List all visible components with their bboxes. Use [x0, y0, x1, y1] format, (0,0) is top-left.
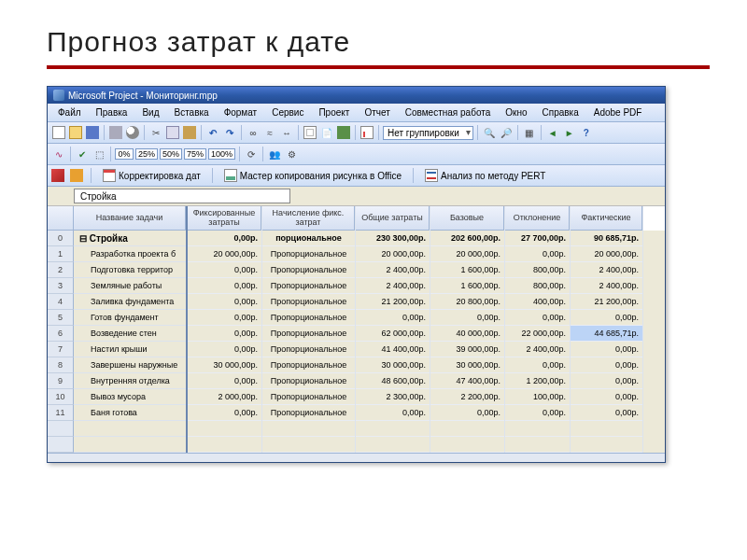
data-cell[interactable]: 0,00р.	[571, 357, 642, 373]
task-name-cell[interactable]: Настил крыши	[74, 342, 186, 357]
data-cell[interactable]: Пропорциональное	[262, 278, 355, 294]
col-deviation[interactable]: Отклонение	[505, 206, 570, 231]
update-icon[interactable]: ⟳	[244, 147, 259, 161]
data-cell[interactable]: 0,00р.	[188, 405, 261, 421]
data-cell[interactable]: Пропорциональное	[262, 310, 355, 326]
row-number[interactable]: 8	[48, 357, 74, 373]
data-cell[interactable]: 20 000,00р.	[571, 246, 642, 262]
save-icon[interactable]	[85, 125, 100, 140]
info-icon[interactable]	[303, 125, 317, 140]
row-number[interactable]: 4	[48, 294, 74, 310]
data-cell[interactable]: 202 600,00р.	[430, 231, 504, 246]
progress-icon[interactable]: ⬚	[92, 147, 106, 161]
data-cell[interactable]: 2 400,00р.	[356, 262, 430, 278]
data-cell[interactable]: 40 000,00р.	[430, 326, 504, 342]
data-cell[interactable]: 0,00р.	[188, 278, 261, 294]
col-accrual[interactable]: Начисление фикс. затрат	[262, 206, 355, 231]
menu-format[interactable]: Формат	[218, 105, 264, 119]
data-cell[interactable]: 0,00р.	[571, 373, 642, 389]
copy-icon[interactable]	[165, 125, 180, 140]
data-cell[interactable]: 1 200,00р.	[505, 373, 570, 389]
split-task-icon[interactable]: ↔	[279, 125, 294, 140]
row-number[interactable]: 10	[48, 389, 74, 405]
data-cell[interactable]: 30 000,00р.	[430, 357, 504, 373]
data-cell[interactable]: 0,00р.	[188, 342, 261, 357]
data-cell[interactable]: 30 000,00р.	[188, 357, 261, 373]
task-name-cell[interactable]: Внутренняя отделка	[74, 373, 186, 389]
data-cell[interactable]: 27 700,00р.	[505, 231, 570, 246]
data-cell[interactable]: 62 000,00р.	[356, 326, 430, 342]
row-number[interactable]: 2	[48, 262, 74, 278]
zoom-0[interactable]: 0%	[115, 148, 134, 160]
task-name-cell[interactable]: Завершены наружные	[74, 357, 186, 373]
data-cell[interactable]: 20 000,00р.	[356, 246, 430, 262]
zoom-in-icon[interactable]: 🔎	[499, 125, 514, 140]
mail-pdf-icon[interactable]	[70, 169, 83, 182]
help-icon[interactable]: ?	[579, 125, 594, 140]
col-fixed[interactable]: Фиксированные затраты	[188, 206, 261, 231]
menu-insert[interactable]: Вставка	[167, 105, 215, 119]
row-number[interactable]: 9	[48, 373, 74, 389]
copy-picture-button[interactable]: Мастер копирования рисунка в Office	[220, 168, 405, 183]
data-cell[interactable]: Пропорциональное	[262, 357, 355, 373]
next-icon[interactable]: ►	[562, 125, 577, 140]
task-name-cell[interactable]: Баня готова	[74, 405, 186, 421]
row-number[interactable]: 1	[48, 246, 74, 262]
link-tasks-icon[interactable]: ∞	[246, 125, 261, 140]
menu-file[interactable]: Файл	[51, 105, 88, 119]
data-cell[interactable]: 2 400,00р.	[571, 262, 642, 278]
open-icon[interactable]	[68, 125, 83, 140]
task-name-cell[interactable]: Подготовка территор	[74, 262, 186, 278]
data-cell[interactable]: 21 200,00р.	[356, 294, 430, 310]
task-name-cell[interactable]: Готов фундамент	[74, 310, 186, 326]
task-name-cell[interactable]: Разработка проекта б	[74, 246, 186, 262]
data-cell[interactable]: 21 200,00р.	[571, 294, 642, 310]
data-cell[interactable]: 0,00р.	[571, 389, 642, 405]
data-cell[interactable]: 0,00р.	[188, 262, 261, 278]
adjust-dates-button[interactable]: Корректировка дат	[99, 168, 204, 183]
data-cell[interactable]: Пропорциональное	[262, 389, 355, 405]
menubar[interactable]: Файл Правка Вид Вставка Формат Сервис Пр…	[48, 104, 665, 122]
data-cell[interactable]: 47 400,00р.	[430, 373, 504, 389]
data-cell[interactable]: 0,00р.	[430, 310, 504, 326]
data-cell[interactable]: Пропорциональное	[262, 294, 355, 310]
resource-icon[interactable]: 👥	[267, 147, 282, 161]
data-cell[interactable]: 41 400,00р.	[356, 342, 430, 357]
menu-edit[interactable]: Правка	[90, 105, 134, 119]
data-cell[interactable]: Пропорциональное	[262, 246, 355, 262]
menu-help[interactable]: Справка	[536, 105, 585, 119]
pdf-icon[interactable]	[51, 169, 64, 182]
data-cell[interactable]: порциональное	[262, 231, 355, 246]
data-cell[interactable]: 39 000,00р.	[430, 342, 504, 357]
cut-icon[interactable]: ✂	[148, 125, 163, 140]
task-name-cell[interactable]: Вывоз мусора	[74, 389, 186, 405]
data-cell[interactable]: 0,00р.	[571, 310, 642, 326]
notes-icon[interactable]: 📄	[319, 125, 334, 140]
data-cell[interactable]: 30 000,00р.	[356, 357, 430, 373]
data-cell[interactable]: 2 200,00р.	[430, 389, 504, 405]
data-cell[interactable]: 2 400,00р.	[505, 342, 570, 357]
row-number[interactable]: 3	[48, 278, 74, 294]
data-cell[interactable]: 20 000,00р.	[430, 246, 504, 262]
data-cell[interactable]: 2 000,00р.	[188, 389, 261, 405]
data-cell[interactable]: 0,00р.	[188, 310, 261, 326]
zoom-50[interactable]: 50%	[160, 148, 182, 160]
data-cell[interactable]: 0,00р.	[571, 405, 642, 421]
chart-icon[interactable]	[359, 125, 374, 140]
data-cell[interactable]: 1 600,00р.	[430, 262, 504, 278]
menu-window[interactable]: Окно	[499, 105, 533, 119]
menu-tools[interactable]: Сервис	[265, 105, 310, 119]
data-cell[interactable]: 0,00р.	[188, 326, 261, 342]
data-cell[interactable]: 20 800,00р.	[430, 294, 504, 310]
redo-icon[interactable]: ↷	[222, 125, 237, 140]
data-cell[interactable]: 0,00р.	[505, 310, 570, 326]
data-cell[interactable]: Пропорциональное	[262, 262, 355, 278]
paste-icon[interactable]	[182, 125, 197, 140]
data-cell[interactable]: 48 600,00р.	[356, 373, 430, 389]
undo-icon[interactable]: ↶	[205, 125, 220, 140]
task-name-cell[interactable]: Возведение стен	[74, 326, 186, 342]
pert-analysis-button[interactable]: Анализ по методу PERT	[421, 168, 549, 183]
corner-header[interactable]	[48, 206, 74, 231]
data-cell[interactable]: 230 300,00р.	[356, 231, 430, 246]
data-cell[interactable]: 800,00р.	[505, 262, 570, 278]
